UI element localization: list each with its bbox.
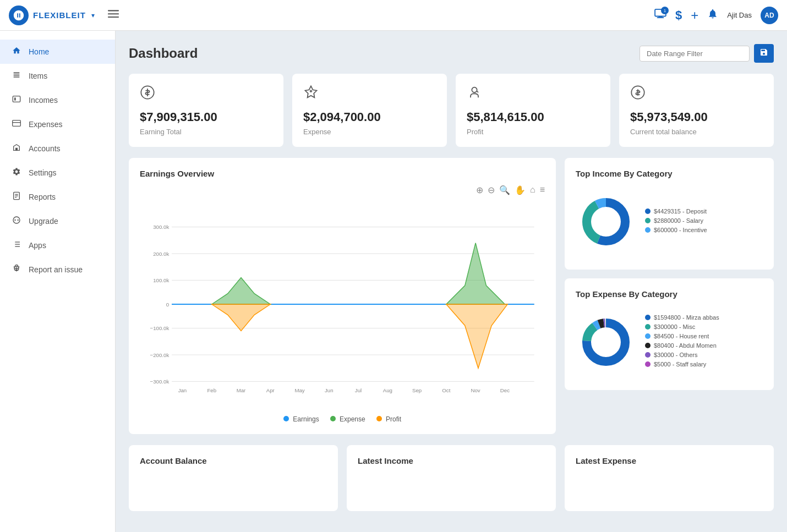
svg-rect-5 bbox=[657, 17, 664, 18]
earning-label: Earning Total bbox=[140, 128, 272, 136]
home-reset-icon[interactable]: ⌂ bbox=[530, 185, 535, 195]
zoom-reset-icon[interactable]: ⊕ bbox=[476, 185, 483, 195]
sidebar-label-report-issue: Report an issue bbox=[29, 265, 83, 274]
balance-label: Current total balance bbox=[630, 128, 763, 136]
expense-legend-others: $30000 - Others bbox=[645, 352, 719, 358]
sidebar-item-apps[interactable]: Apps bbox=[0, 233, 115, 257]
earnings-overview-card: Earnings Overview ⊕ ⊖ 🔍 ✋ ⌂ ≡ bbox=[129, 158, 556, 434]
income-legend: $4429315 - Deposit $2880000 - Salary $60… bbox=[645, 208, 707, 236]
sidebar-item-upgrade[interactable]: Upgrade bbox=[0, 209, 115, 233]
expense-legend-staff: $5000 - Staff salary bbox=[645, 361, 719, 368]
stat-cards-grid: $7,909,315.00 Earning Total $2,094,700.0… bbox=[129, 74, 774, 147]
income-legend-deposit: $4429315 - Deposit bbox=[645, 208, 707, 215]
income-donut-svg bbox=[576, 191, 636, 252]
stat-card-expense: $2,094,700.00 Expense bbox=[292, 74, 447, 147]
sidebar-label-apps: Apps bbox=[29, 241, 46, 250]
expense-value: $2,094,700.00 bbox=[303, 110, 436, 124]
svg-marker-55 bbox=[446, 243, 505, 304]
svg-text:Jun: Jun bbox=[325, 387, 334, 393]
legend-profit: Profit bbox=[376, 415, 401, 423]
svg-rect-7 bbox=[14, 97, 16, 100]
date-range-input[interactable] bbox=[640, 46, 750, 62]
save-date-button[interactable] bbox=[754, 44, 774, 63]
apps-icon bbox=[11, 240, 22, 251]
sidebar-item-settings[interactable]: Settings bbox=[0, 161, 115, 185]
sidebar-item-report-issue[interactable]: Report an issue bbox=[0, 257, 115, 282]
upgrade-icon bbox=[11, 216, 22, 227]
sidebar-label-home: Home bbox=[29, 47, 49, 56]
sidebar-item-home[interactable]: Home bbox=[0, 40, 115, 64]
stat-card-balance: $5,973,549.00 Current total balance bbox=[619, 74, 774, 147]
earnings-chart-title: Earnings Overview bbox=[140, 169, 545, 178]
topnav: FLEXIBLEIT ▾ 1 $ + Ajit Das AD bbox=[0, 0, 787, 31]
chart-controls: ⊕ ⊖ 🔍 ✋ ⌂ ≡ bbox=[140, 185, 545, 195]
income-legend-salary: $2880000 - Salary bbox=[645, 217, 707, 224]
sidebar-item-items[interactable]: Items bbox=[0, 64, 115, 88]
svg-rect-1 bbox=[108, 13, 119, 14]
latest-expense-title: Latest Expense bbox=[576, 456, 763, 465]
sidebar-label-settings: Settings bbox=[29, 168, 57, 177]
top-income-title: Top Income By Category bbox=[576, 169, 763, 178]
expense-legend-misc: $300000 - Misc bbox=[645, 323, 719, 330]
svg-text:−200.0k: −200.0k bbox=[150, 352, 170, 358]
expense-legend-house: $84500 - House rent bbox=[645, 333, 719, 339]
dollar-icon[interactable]: $ bbox=[675, 8, 682, 23]
svg-text:0: 0 bbox=[166, 301, 169, 308]
stat-card-profit: $5,814,615.00 Profit bbox=[456, 74, 610, 147]
bell-icon[interactable] bbox=[707, 8, 718, 22]
svg-text:200.0k: 200.0k bbox=[153, 251, 169, 257]
sidebar-label-expenses: Expenses bbox=[29, 120, 62, 129]
hamburger-button[interactable] bbox=[108, 8, 119, 22]
svg-point-23 bbox=[472, 87, 477, 92]
earnings-chart-area: 300.0k 200.0k 100.0k 0 −100.0k −200.0k −… bbox=[140, 200, 545, 411]
zoom-in-icon[interactable]: 🔍 bbox=[499, 185, 510, 195]
profit-icon bbox=[467, 85, 599, 103]
income-legend-incentive: $600000 - Incentive bbox=[645, 227, 707, 233]
svg-marker-54 bbox=[212, 304, 271, 331]
main-content: Dashboard $7,909,315.00 Earning Total bbox=[116, 31, 787, 532]
svg-text:Feb: Feb bbox=[207, 387, 216, 393]
zoom-out-icon[interactable]: ⊖ bbox=[488, 185, 495, 195]
layout: Home Items Incomes Expenses Accounts bbox=[0, 0, 787, 532]
svg-text:Jan: Jan bbox=[178, 387, 187, 393]
latest-income-card: Latest Income bbox=[347, 445, 556, 511]
expenses-icon bbox=[11, 119, 22, 130]
sidebar-item-reports[interactable]: Reports bbox=[0, 185, 115, 209]
profit-label: Profit bbox=[467, 128, 599, 136]
svg-marker-56 bbox=[446, 304, 507, 368]
menu-icon[interactable]: ≡ bbox=[540, 185, 545, 195]
expense-icon bbox=[303, 85, 436, 103]
latest-income-title: Latest Income bbox=[358, 456, 545, 465]
sidebar-label-items: Items bbox=[29, 72, 47, 80]
latest-expense-card: Latest Expense bbox=[565, 445, 774, 511]
svg-text:Mar: Mar bbox=[237, 387, 246, 393]
bottom-cards-grid: Account Balance Latest Income Latest Exp… bbox=[129, 445, 774, 511]
svg-rect-2 bbox=[108, 17, 119, 18]
pan-icon[interactable]: ✋ bbox=[515, 185, 526, 195]
incomes-icon bbox=[11, 95, 22, 106]
top-expense-card: Top Expense By Category bbox=[565, 278, 774, 390]
expense-legend: $1594800 - Mirza abbas $300000 - Misc $8… bbox=[645, 314, 719, 370]
account-balance-card: Account Balance bbox=[129, 445, 338, 511]
sidebar-item-incomes[interactable]: Incomes bbox=[0, 88, 115, 112]
sidebar-item-accounts[interactable]: Accounts bbox=[0, 136, 115, 161]
items-icon bbox=[11, 70, 22, 81]
svg-rect-0 bbox=[108, 10, 119, 11]
top-expense-title: Top Expense By Category bbox=[576, 289, 763, 299]
earnings-legend: Earnings Expense Profit bbox=[140, 415, 545, 423]
logo-area: FLEXIBLEIT ▾ bbox=[9, 6, 95, 25]
user-avatar[interactable]: AD bbox=[761, 7, 778, 24]
sidebar-label-incomes: Incomes bbox=[29, 96, 58, 105]
right-charts: Top Income By Category bbox=[565, 158, 774, 434]
reports-icon bbox=[11, 191, 22, 202]
expense-label: Expense bbox=[303, 128, 436, 136]
sidebar-item-expenses[interactable]: Expenses bbox=[0, 112, 115, 136]
screen-icon-wrapper[interactable]: 1 bbox=[654, 9, 666, 21]
balance-icon bbox=[630, 85, 763, 103]
bug-icon bbox=[11, 264, 22, 275]
svg-text:Sep: Sep bbox=[412, 387, 422, 393]
plus-icon[interactable]: + bbox=[691, 8, 698, 23]
earnings-svg: 300.0k 200.0k 100.0k 0 −100.0k −200.0k −… bbox=[140, 200, 545, 409]
expense-legend-momen: $80400 - Abdul Momen bbox=[645, 342, 719, 349]
charts-row: Earnings Overview ⊕ ⊖ 🔍 ✋ ⌂ ≡ bbox=[129, 158, 774, 434]
